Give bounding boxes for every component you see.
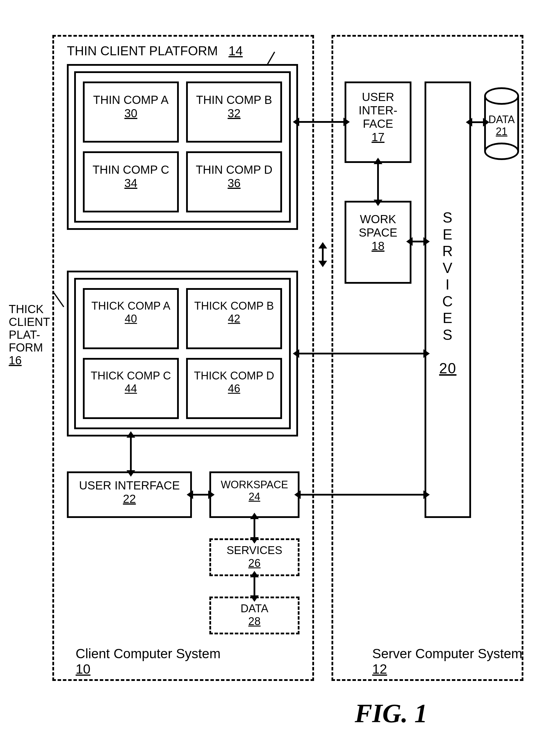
arrow-thickc-cui-up <box>126 431 135 438</box>
client-workspace-ref: 24 <box>249 491 260 503</box>
arrow-thin-to-serverui <box>298 121 345 123</box>
client-data-label: DATA 28 <box>209 602 300 628</box>
arrow-sws-to-services-h <box>411 241 425 242</box>
thin-platform-ref: 14 <box>229 44 243 58</box>
thick-comp-a-ref: 40 <box>125 313 137 325</box>
arrow-sui-sws-down <box>374 200 382 206</box>
server-system-ref: 12 <box>372 661 387 677</box>
arrow-cws-services-left <box>294 490 301 499</box>
arrow-services-data <box>471 121 484 123</box>
thick-platform-ref: 16 <box>9 354 22 367</box>
server-data-text: DATA <box>488 114 515 125</box>
server-ui-ref: 17 <box>372 131 385 143</box>
arrow-cui-cws-right <box>208 490 214 499</box>
figure-caption: FIG. 1 <box>355 699 427 728</box>
arrow-thick-services-left <box>293 349 299 358</box>
thin-comp-a-label: THIN COMP A 30 <box>83 93 179 120</box>
thick-comp-d-text: THICK COMP D <box>194 370 274 382</box>
server-workspace-label: WORKSPACE18 <box>345 213 411 252</box>
thick-comp-c-text: THICK COMP C <box>91 370 171 382</box>
arrow-cws-services-right <box>423 490 430 499</box>
arrow-cservices-cdata-up <box>250 571 259 577</box>
thin-comp-d-label: THIN COMP D 36 <box>186 163 282 190</box>
arrow-services-data-left <box>466 118 472 127</box>
thick-comp-c-label: THICK COMP C 44 <box>83 370 179 395</box>
thin-comp-b-text: THIN COMP B <box>196 93 272 106</box>
thin-comp-b-label: THIN COMP B 32 <box>186 93 282 120</box>
thick-comp-d-label: THICK COMP D 46 <box>186 370 282 395</box>
client-data-ref: 28 <box>248 615 260 627</box>
arrow-thick-services-right <box>423 349 430 358</box>
arrow-thickc-cui-down <box>126 470 135 477</box>
client-workspace-label: WORKSPACE 24 <box>209 479 300 503</box>
server-data-label: DATA 21 <box>484 114 519 138</box>
arrow-between-systems-down <box>319 261 327 267</box>
thin-comp-a-text: THIN COMP A <box>93 93 168 106</box>
arrow-thin-to-serverui-left <box>293 118 299 126</box>
client-services-text: SERVICES <box>227 544 282 556</box>
thin-comp-a-ref: 30 <box>124 107 137 120</box>
client-ui-label: USER INTERFACE 22 <box>67 479 192 506</box>
server-ui-label: USERINTER-FACE17 <box>345 90 411 144</box>
server-data-cylinder-top <box>484 87 519 105</box>
thick-comp-b-label: THICK COMP B 42 <box>186 300 282 325</box>
thick-comp-b-ref: 42 <box>228 313 240 325</box>
thin-platform-label: THIN CLIENT PLATFORM 14 <box>67 44 276 58</box>
client-ui-ref: 22 <box>123 492 136 505</box>
arrow-cui-cws-left <box>187 490 193 499</box>
server-data-cylinder-bottom <box>484 143 519 160</box>
thin-platform-text: THIN CLIENT PLATFORM <box>67 44 218 58</box>
arrow-thickc-cui <box>130 437 132 471</box>
arrow-services-data-right <box>483 118 489 127</box>
arrow-cui-cws <box>192 494 209 495</box>
client-system-text: Client Computer System <box>76 646 221 661</box>
arrow-sui-sws <box>377 163 379 201</box>
server-system-text: Server Computer System <box>372 646 522 661</box>
client-system-label: Client Computer System 10 <box>76 646 227 677</box>
arrow-cws-cservices-up <box>250 513 259 519</box>
thin-comp-c-text: THIN COMP C <box>93 163 169 176</box>
thin-comp-c-ref: 34 <box>124 177 137 190</box>
thin-comp-b-ref: 32 <box>228 107 241 120</box>
arrow-sui-sws-up <box>374 158 382 164</box>
arrow-cservices-cdata-down <box>250 595 259 602</box>
server-services-label: SERVICES20 <box>425 210 471 377</box>
thick-comp-b-text: THICK COMP B <box>194 300 274 312</box>
arrow-thick-services <box>298 353 425 355</box>
server-services-ref: 20 <box>439 360 457 376</box>
arrow-cservices-cdata <box>254 576 255 596</box>
server-system-label: Server Computer System 12 <box>372 646 524 677</box>
arrow-cws-services <box>300 494 425 495</box>
thick-comp-d-ref: 46 <box>228 382 240 395</box>
thick-comp-c-ref: 44 <box>125 382 137 395</box>
client-services-label: SERVICES 26 <box>209 544 300 569</box>
client-workspace-text: WORKSPACE <box>221 479 288 491</box>
arrow-between-systems-up <box>319 242 327 248</box>
thin-comp-d-text: THIN COMP D <box>196 163 273 176</box>
client-ui-text: USER INTERFACE <box>79 479 180 492</box>
client-services-ref: 26 <box>248 557 260 569</box>
arrow-cws-cservices-down <box>250 537 259 543</box>
arrow-cws-cservices <box>254 518 255 538</box>
thick-comp-a-text: THICK COMP A <box>91 300 170 312</box>
arrow-thin-to-serverui-right <box>344 118 350 126</box>
thin-comp-d-ref: 36 <box>228 177 241 190</box>
arrow-between-systems <box>322 247 324 262</box>
client-system-ref: 10 <box>76 661 91 677</box>
server-workspace-ref: 18 <box>372 240 385 252</box>
client-data-text: DATA <box>240 602 269 615</box>
thick-platform-label: THICKCLIENTPLAT-FORM16 <box>9 302 64 367</box>
thick-comp-a-label: THICK COMP A 40 <box>83 300 179 325</box>
arrow-sws-to-services-right <box>423 237 430 246</box>
server-data-ref: 21 <box>496 125 507 137</box>
arrow-sws-to-services-left <box>406 237 413 246</box>
thin-comp-c-label: THIN COMP C 34 <box>83 163 179 190</box>
